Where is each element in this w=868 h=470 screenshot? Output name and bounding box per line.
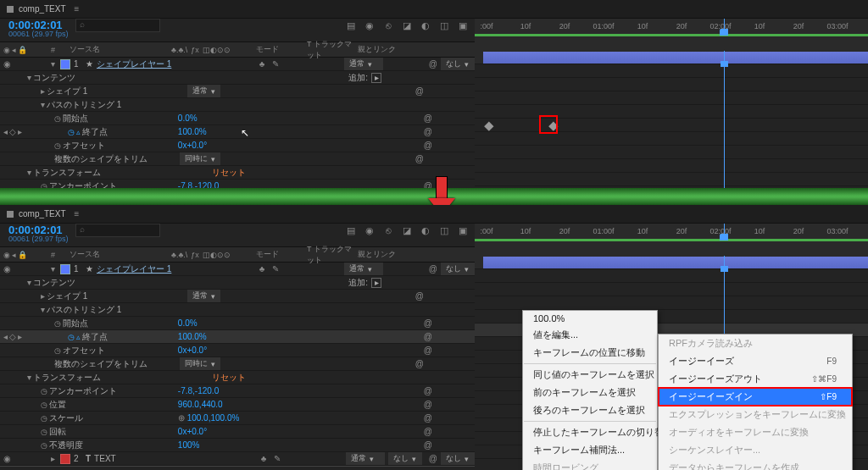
search-input[interactable]: ⌕ [75, 224, 160, 237]
chevron-down-icon[interactable]: ▾ [51, 264, 55, 274]
chevron-down-icon[interactable]: ▾ [27, 278, 31, 287]
reset-link[interactable]: リセット [212, 372, 475, 384]
submenu-easy-ease-in[interactable]: イージーイーズイン⇧F9 [659, 388, 852, 406]
shy-icon[interactable]: ⎋ [381, 224, 395, 237]
keyframe-assist-submenu[interactable]: RPFカメラ読み込み イージーイーズF9 イージーイーズアウト⇧⌘F9 イージー… [658, 334, 853, 470]
frameblend-icon[interactable]: ◪ [400, 224, 414, 237]
blend-mode-dropdown[interactable]: 通常▾ [344, 263, 383, 275]
keyframe-diamond[interactable] [484, 121, 493, 130]
parent-pickwhip-icon[interactable]: @ [429, 264, 437, 274]
prev-keyframe-icon[interactable]: ◂ [3, 127, 8, 136]
trim-multi-dropdown[interactable]: 同時に▾ [180, 152, 220, 165]
layer-bar[interactable] [483, 52, 868, 64]
playhead[interactable] [724, 19, 725, 34]
draft3d-icon[interactable]: ◉ [363, 224, 376, 237]
motionblur-icon[interactable]: ◐ [419, 224, 432, 237]
shape-mode-dropdown[interactable]: 通常▾ [187, 85, 220, 97]
start-value[interactable]: 0.0% [178, 113, 246, 123]
layer-color-swatch[interactable] [60, 454, 70, 464]
end-value[interactable]: 100.0% [178, 127, 246, 136]
graph-editor-icon[interactable]: ▤ [344, 224, 358, 237]
motionblur-icon[interactable]: ◐ [419, 19, 432, 32]
menu-select-next[interactable]: 後ろのキーフレームを選択 [523, 401, 657, 419]
link-icon[interactable]: @ [424, 127, 432, 136]
link-icon[interactable]: @ [415, 154, 424, 163]
shape-mode-dropdown[interactable]: 通常▾ [187, 290, 220, 302]
stopwatch-icon[interactable]: ◷ [54, 114, 61, 123]
shape-group[interactable]: シェイプ 1 [47, 86, 87, 97]
link-icon[interactable]: @ [424, 141, 432, 150]
menu-toggle-hold[interactable]: 停止したキーフレームの切り替え [523, 423, 657, 441]
shy-icon[interactable]: ⎋ [381, 19, 395, 32]
stopwatch-icon[interactable]: ◷ [54, 141, 61, 150]
layer-bar[interactable] [483, 257, 868, 268]
chevron-down-icon[interactable]: ▾ [51, 59, 55, 69]
link-icon[interactable]: @ [424, 113, 432, 123]
chevron-down-icon[interactable]: ▾ [27, 373, 31, 382]
add-button[interactable]: ▸ [371, 73, 381, 83]
submenu-easy-ease-out[interactable]: イージーイーズアウト⇧⌘F9 [659, 370, 852, 388]
chevron-right-icon[interactable]: ▸ [51, 454, 55, 463]
start-prop[interactable]: 開始点 [63, 113, 88, 124]
trim-paths-group[interactable]: パスのトリミング 1 [47, 99, 121, 111]
transform-group[interactable]: トランスフォーム [33, 167, 101, 179]
playhead[interactable] [724, 224, 725, 239]
menu-select-prev[interactable]: 前のキーフレームを選択 [523, 384, 657, 401]
menu-goto-keyframe[interactable]: キーフレームの位置に移動 [523, 344, 657, 362]
draft3d-icon[interactable]: ◉ [363, 19, 376, 32]
parent-dropdown[interactable]: なし▾ [441, 58, 475, 70]
blend-mode-dropdown[interactable]: 通常▾ [346, 452, 385, 465]
parent-dropdown[interactable]: なし▾ [441, 263, 475, 275]
parent-dropdown[interactable]: なし▾ [441, 452, 475, 465]
brainstorm-icon[interactable]: ◫ [437, 19, 451, 32]
blend-mode-dropdown[interactable]: 通常▾ [344, 58, 383, 70]
keyframe-context-menu[interactable]: 100.0% 値を編集... キーフレームの位置に移動 同じ値のキーフレームを選… [522, 310, 658, 470]
submenu-easy-ease[interactable]: イージーイーズF9 [659, 352, 852, 370]
stopwatch-icon[interactable]: ◷ [54, 346, 61, 355]
add-button[interactable]: ▸ [371, 278, 381, 288]
trim-multi-dropdown[interactable]: 同時に▾ [180, 357, 220, 370]
parent-pickwhip-icon[interactable]: @ [429, 59, 437, 69]
stopwatch-on-icon[interactable]: ◷ [68, 333, 75, 341]
add-keyframe-icon[interactable]: ◇ [9, 332, 16, 341]
layer-name[interactable]: TEXT [94, 454, 116, 463]
chevron-right-icon[interactable]: ▸ [41, 86, 45, 96]
menu-select-same[interactable]: 同じ値のキーフレームを選択 [523, 366, 657, 384]
contents-group[interactable]: コンテンツ [33, 72, 75, 84]
layer-color-swatch[interactable] [60, 264, 70, 274]
visibility-toggle[interactable]: ◉ [3, 454, 11, 463]
chevron-down-icon[interactable]: ▾ [27, 168, 31, 177]
visibility-toggle[interactable]: ◉ [3, 59, 11, 69]
chevron-down-icon[interactable]: ▾ [41, 100, 45, 109]
panel-menu-icon[interactable]: ≡ [75, 4, 80, 14]
time-ruler[interactable]: :00f 10f 20f 01:00f 10f 20f 02:00f 10f 2… [475, 224, 868, 241]
prev-keyframe-icon[interactable]: ◂ [3, 332, 8, 341]
chevron-down-icon[interactable]: ▾ [27, 73, 31, 82]
snap-icon[interactable]: ▣ [456, 19, 470, 32]
add-keyframe-icon[interactable]: ◇ [9, 127, 16, 136]
link-icon[interactable]: @ [415, 86, 424, 96]
menu-edit-value[interactable]: 値を編集... [523, 326, 657, 344]
visibility-toggle[interactable]: ◉ [3, 264, 11, 274]
layer-color-swatch[interactable] [60, 59, 70, 69]
panel-menu-icon[interactable]: ≡ [75, 209, 80, 218]
snap-icon[interactable]: ▣ [456, 224, 470, 237]
trackmatte-dropdown[interactable]: なし▾ [388, 452, 422, 465]
end-prop[interactable]: 終了点 [82, 126, 108, 138]
chevron-right-icon[interactable]: ▸ [41, 291, 45, 301]
brainstorm-icon[interactable]: ◫ [437, 224, 451, 237]
next-keyframe-icon[interactable]: ▸ [18, 332, 22, 341]
parent-pickwhip-icon[interactable]: @ [429, 454, 437, 463]
next-keyframe-icon[interactable]: ▸ [18, 127, 22, 136]
time-ruler[interactable]: :00f 10f 20f 01:00f 10f 20f 02:00f 10f 2… [475, 19, 868, 36]
comp-tab[interactable]: comp_TEXT [19, 209, 66, 218]
chevron-down-icon[interactable]: ▾ [41, 305, 45, 314]
stopwatch-icon[interactable]: ◷ [54, 319, 61, 328]
stopwatch-on-icon[interactable]: ◷ [68, 128, 75, 136]
frameblend-icon[interactable]: ◪ [400, 19, 414, 32]
offset-prop[interactable]: オフセット [63, 140, 105, 152]
search-input[interactable]: ⌕ [75, 19, 160, 32]
layer-name[interactable]: シェイプレイヤー 1 [97, 263, 171, 275]
layer-name[interactable]: シェイプレイヤー 1 [97, 58, 171, 70]
menu-interpolation[interactable]: キーフレーム補間法... [523, 441, 657, 459]
